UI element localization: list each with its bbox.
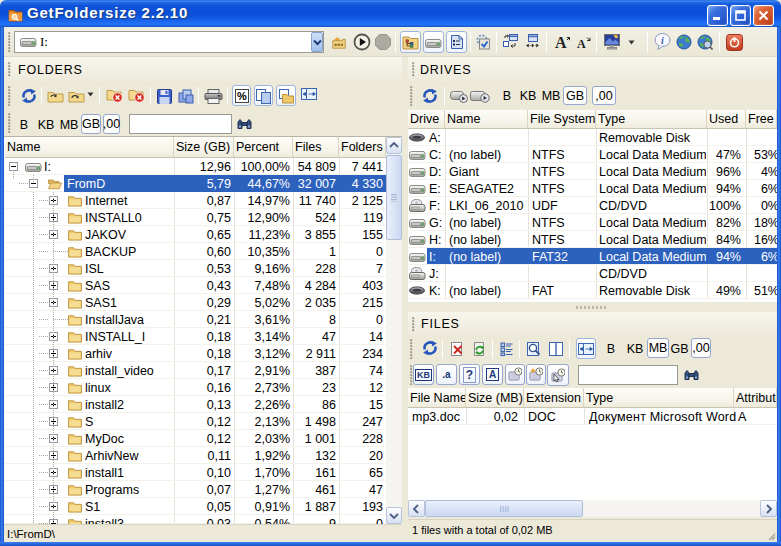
svg-text:%: % (237, 90, 247, 102)
svg-text:A: A (555, 34, 567, 50)
svg-text:i: i (661, 35, 664, 46)
svg-text:A: A (577, 37, 586, 50)
